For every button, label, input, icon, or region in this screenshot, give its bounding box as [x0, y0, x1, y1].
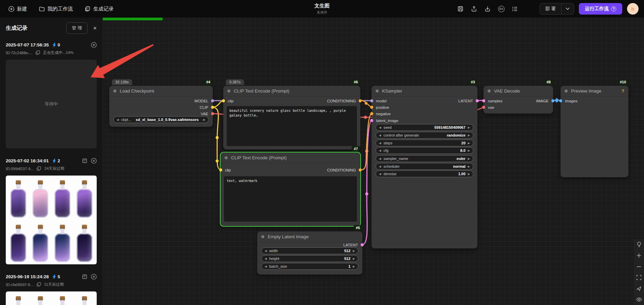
input-images: images	[561, 99, 577, 103]
node-graph-canvas[interactable]: 32.139s #4 Load Checkpoint MODEL CLIP VA…	[102, 18, 644, 305]
node-help-icon[interactable]: ?	[622, 88, 624, 94]
node-empty-latent-image[interactable]: #5 Empty Latent Image LATENT ◀width512▶ …	[257, 231, 362, 274]
history-date: 2025-06-19 15:24:28	[6, 274, 49, 279]
delete-record-icon[interactable]	[91, 274, 97, 280]
conditioning-port[interactable]	[359, 168, 362, 171]
deploy-button[interactable]: 部 署	[539, 3, 574, 15]
result-thumbnail[interactable]	[6, 291, 97, 305]
node-load-checkpoint[interactable]: 32.139s #4 Load Checkpoint MODEL CLIP VA…	[109, 86, 213, 127]
node-clip-text-encode-negative[interactable]: #7 CLIP Text Encode (Prompt) clip CONDIT…	[221, 152, 360, 226]
collapse-dot[interactable]	[227, 89, 230, 93]
run-workflow-button[interactable]: 运行工作流 ?	[579, 3, 622, 15]
collapse-dot[interactable]	[261, 235, 264, 238]
cancel-generation-icon[interactable]	[91, 42, 97, 48]
collapse-dot[interactable]	[488, 89, 491, 93]
clip-port[interactable]	[211, 106, 214, 109]
negative-prompt-textarea[interactable]: text, watermark	[224, 176, 357, 222]
prev-arrow-icon[interactable]: ◀	[117, 118, 119, 121]
history-id: ID:72c2488e-...	[6, 51, 33, 55]
zoom-in-icon[interactable]	[636, 253, 642, 259]
note-icon[interactable]	[82, 158, 88, 164]
collapse-dot[interactable]	[376, 89, 379, 93]
fit-view-icon[interactable]	[636, 275, 642, 281]
control-after-generate-widget[interactable]: ◀control after generaterandomize▶	[376, 132, 473, 139]
node-vae-decode[interactable]: #8 VAE Decode samples IMAGE vae	[484, 86, 553, 114]
node-id-badge: #10	[618, 79, 628, 85]
sampler-name-widget[interactable]: ◀sampler_nameeuler▶	[376, 155, 473, 162]
close-icon[interactable]: ×	[93, 25, 97, 32]
ckpt-name-widget[interactable]: ◀ ckpt... sd_xl_base_1.0_0.9vae.safetens…	[113, 116, 209, 123]
images-input-port[interactable]	[559, 99, 562, 102]
folder-icon	[39, 6, 45, 12]
latent-port[interactable]	[361, 243, 364, 246]
scheduler-widget[interactable]: ◀schedulernormal▶	[376, 163, 473, 170]
collapse-dot[interactable]	[225, 156, 228, 159]
height-widget[interactable]: ◀height512▶	[261, 255, 358, 262]
next-arrow-icon[interactable]: ▶	[203, 118, 205, 121]
node-ksampler[interactable]: #3 KSampler model LATENT positive negati…	[372, 86, 477, 248]
pan-cursor-icon[interactable]	[636, 286, 642, 291]
model-input-port[interactable]	[370, 99, 373, 102]
save-icon[interactable]	[456, 4, 465, 13]
node-preview-image[interactable]: #10 Preview Image ? images	[561, 86, 628, 177]
export-icon[interactable]	[470, 4, 478, 13]
node-id-badge: #8	[544, 79, 553, 85]
new-workflow-button[interactable]: 新建	[8, 6, 27, 12]
positive-prompt-textarea[interactable]: beautiful scenery nature glass bottle la…	[227, 106, 357, 146]
delete-record-icon[interactable]	[91, 158, 97, 164]
generation-history-button[interactable]: 生成记录	[84, 6, 114, 12]
copy-icon[interactable]	[37, 166, 41, 171]
manage-button[interactable]: 管 理	[66, 22, 88, 34]
credit-count: 2	[58, 158, 60, 163]
visibility-eye-icon[interactable]	[636, 297, 642, 303]
steps-widget[interactable]: ◀steps20▶	[376, 140, 473, 146]
history-doc-icon	[84, 6, 91, 12]
generation-history-panel: 生成记录 管 理 × 2025-07-07 17:56:35 0 ID:72c2…	[0, 18, 102, 305]
new-workflow-label: 新建	[17, 6, 27, 12]
chevron-down-icon[interactable]	[562, 7, 574, 11]
copy-icon[interactable]	[36, 50, 40, 55]
zoom-out-icon[interactable]	[636, 264, 642, 269]
lightning-icon	[52, 274, 56, 279]
result-thumbnail[interactable]	[6, 176, 97, 264]
output-latent: LATENT	[343, 243, 362, 247]
collapse-dot[interactable]	[565, 89, 568, 93]
execution-time-badge: 0.387s	[226, 79, 244, 85]
input-samples: samples	[484, 99, 503, 103]
batch-size-widget[interactable]: ◀batch_size1▶	[261, 263, 358, 270]
clip-input-port[interactable]	[222, 99, 225, 102]
latent-image-input-port[interactable]	[370, 119, 373, 122]
import-icon[interactable]	[483, 4, 492, 13]
node-list-icon[interactable]	[510, 4, 519, 13]
cfg-widget[interactable]: ◀cfg8.0▶	[376, 147, 473, 154]
input-negative: negative	[372, 112, 391, 116]
width-widget[interactable]: ◀width512▶	[261, 247, 358, 254]
my-workflows-button[interactable]: 我的工作流	[39, 6, 73, 12]
image-port[interactable]	[551, 99, 554, 102]
pending-result-box[interactable]: 等待中	[6, 60, 97, 148]
positive-input-port[interactable]	[370, 106, 373, 109]
language-icon[interactable]: En	[497, 4, 506, 13]
avatar[interactable]: h	[627, 3, 639, 15]
history-date: 2025-07-07 17:56:35	[6, 42, 49, 47]
note-icon[interactable]	[82, 274, 88, 280]
copy-icon[interactable]	[37, 282, 41, 287]
clip-input-port[interactable]	[219, 168, 222, 171]
bottle-image	[77, 189, 92, 218]
node-clip-text-encode-positive[interactable]: 0.387s #6 CLIP Text Encode (Prompt) clip…	[223, 86, 360, 149]
samples-input-port[interactable]	[482, 99, 485, 102]
model-port[interactable]	[211, 99, 214, 102]
seed-widget[interactable]: ◀seed559148150409067▶	[376, 124, 473, 131]
vae-port[interactable]	[211, 112, 214, 115]
hint-lightbulb-icon[interactable]	[636, 242, 642, 247]
history-item: 2025-07-02 16:34:01 2 ID:099df237-9... 2…	[6, 158, 97, 264]
vae-input-port[interactable]	[482, 106, 485, 109]
node-title: Load Checkpoint	[120, 88, 154, 94]
node-title: CLIP Text Encode (Prompt)	[234, 88, 289, 94]
denoise-widget[interactable]: ◀denoise1.00▶	[376, 170, 473, 177]
collapse-dot[interactable]	[113, 89, 116, 93]
latent-port[interactable]	[476, 99, 479, 102]
conditioning-port[interactable]	[359, 99, 362, 102]
negative-input-port[interactable]	[370, 112, 373, 115]
history-item: 2025-06-19 15:24:28 5 ID:cfa06597-6... 1…	[6, 274, 97, 305]
